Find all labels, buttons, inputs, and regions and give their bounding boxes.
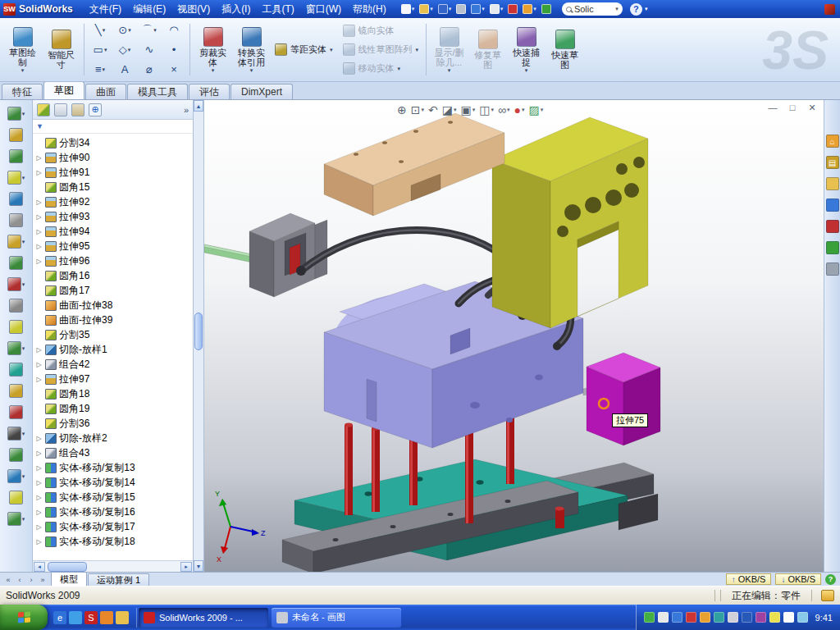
tree-item[interactable]: 圆角17 [35, 283, 193, 298]
offset-entities-button[interactable]: 等距实体▾ [271, 40, 337, 59]
left-tool-3[interactable] [9, 147, 23, 166]
left-tool-5[interactable] [9, 189, 23, 208]
dimxpertmanager-tab-icon[interactable]: ⊕ [89, 103, 102, 116]
tree-item[interactable]: ▷拉伸95 [35, 239, 193, 253]
left-tool-6[interactable] [9, 211, 23, 230]
taskbar-window-paint[interactable]: 未命名 - 画图 [272, 608, 401, 628]
tree-item[interactable]: 分割35 [35, 327, 193, 342]
scroll-left-icon[interactable]: ◂ [34, 562, 45, 572]
options-icon[interactable]: ▾ [521, 3, 538, 15]
color-swatch-icon[interactable] [540, 3, 553, 15]
part-slider-block[interactable] [587, 353, 660, 445]
left-tool-1[interactable]: ▾ [7, 104, 25, 123]
apply-scene-icon[interactable]: ▨▾ [528, 104, 543, 116]
tray-icon-8[interactable] [742, 612, 752, 623]
file-explorer-icon[interactable] [826, 177, 839, 190]
spline-tool[interactable]: ∿ [137, 40, 162, 60]
tree-item[interactable]: 曲面-拉伸38 [35, 298, 193, 313]
left-tool-10[interactable] [9, 296, 23, 315]
convert-entities-button[interactable]: 转换实体引用▾ [232, 20, 271, 80]
tree-item[interactable]: ▷切除-放样1 [35, 342, 193, 357]
tree-filter-row[interactable]: ▼ [33, 120, 193, 134]
tree-item[interactable]: ▷拉伸94 [35, 224, 193, 239]
menu-help[interactable]: 帮助(H) [347, 1, 392, 18]
left-tool-9[interactable]: ▾ [7, 275, 25, 294]
trim-entities-button[interactable]: 剪裁实体▾ [194, 20, 232, 80]
sketch-button[interactable]: 草图绘制▾ [3, 20, 42, 80]
part-guide-rod[interactable] [204, 244, 252, 262]
tree-item[interactable]: ▷拉伸92 [35, 194, 193, 209]
menu-edit[interactable]: 编辑(E) [127, 1, 171, 18]
doc-nav-3[interactable]: › [26, 576, 36, 584]
repair-sketch-button[interactable]: 修复草图 [468, 20, 507, 80]
circle-tool[interactable]: ⊙▾ [112, 21, 137, 40]
arc-tool[interactable]: ⌒▾ [137, 21, 162, 40]
tab-features[interactable]: 特征 [2, 84, 43, 99]
display-delete-relations-button[interactable]: 显示/删除几...▾ [430, 20, 468, 80]
tray-icon-9[interactable] [756, 612, 766, 623]
design-library-icon[interactable]: ▤ [826, 156, 839, 169]
print-icon[interactable] [454, 3, 468, 15]
menu-view[interactable]: 视图(V) [171, 1, 216, 18]
tray-icon-11[interactable] [783, 612, 794, 623]
tab-dimxpert[interactable]: DimXpert [231, 84, 293, 99]
open-icon[interactable]: ▾ [418, 3, 435, 15]
display-style-icon[interactable]: ◫▾ [479, 104, 494, 116]
line-tool[interactable]: ╲▾ [88, 21, 112, 40]
scroll-down-icon[interactable]: ▼ [194, 560, 203, 572]
tree-item[interactable]: ▷实体-移动/复制16 [35, 504, 193, 519]
tray-icon-3[interactable] [672, 612, 682, 623]
select-icon[interactable]: ▾ [488, 3, 505, 15]
tree-item[interactable]: 圆角15 [35, 180, 193, 194]
left-tool-8[interactable] [9, 253, 23, 272]
rectangle-tool[interactable]: ▭▾ [88, 40, 112, 60]
tree-item[interactable]: ▷实体-移动/复制18 [35, 534, 193, 549]
left-tool-15[interactable] [9, 403, 23, 422]
tray-icon-10[interactable] [769, 612, 780, 623]
left-tool-4[interactable]: ▾ [7, 168, 25, 187]
circle-diameter-tool[interactable]: ⌀ [137, 60, 162, 80]
quicklaunch-ie[interactable]: e [53, 611, 66, 624]
zoom-fit-icon[interactable]: ⊕ [397, 104, 407, 116]
scrollbar-thumb[interactable] [194, 313, 203, 350]
tree-item[interactable]: ▷组合42 [35, 357, 193, 372]
tray-icon-6[interactable] [714, 612, 724, 623]
tree-item[interactable]: ▷组合43 [35, 445, 193, 460]
home-icon[interactable]: ⌂ [826, 135, 839, 148]
undo-icon[interactable]: ▾ [469, 3, 486, 15]
left-tool-12[interactable]: ▾ [7, 339, 25, 358]
menu-file[interactable]: 文件(F) [84, 1, 127, 18]
menu-insert[interactable]: 插入(I) [216, 1, 256, 18]
left-tool-2[interactable] [9, 126, 23, 144]
tree-item[interactable]: ▷实体-移动/复制17 [35, 519, 193, 534]
tree-item[interactable]: ▷拉伸96 [35, 253, 193, 268]
tree-header-chevron-icon[interactable]: » [184, 105, 189, 115]
edit-appearance-icon[interactable]: ●▾ [514, 104, 524, 116]
left-tool-16[interactable]: ▾ [7, 424, 25, 443]
tree-item[interactable]: ▷拉伸90 [35, 150, 193, 165]
tab-sketch[interactable]: 草图 [43, 81, 84, 99]
scrollbar-thumb[interactable] [48, 562, 87, 572]
tree-item[interactable]: 圆角18 [35, 386, 193, 401]
custom-properties-icon[interactable] [826, 241, 839, 254]
close-button[interactable]: ✕ [806, 102, 819, 113]
featuremanager-tab-icon[interactable] [37, 103, 50, 116]
tray-icon-2[interactable] [658, 612, 669, 623]
quicklaunch-folder[interactable] [116, 611, 129, 624]
tray-icon-5[interactable] [700, 612, 710, 623]
text-tool[interactable]: A [112, 60, 137, 80]
erase-tool[interactable]: × [162, 60, 186, 80]
tangent-arc-tool[interactable]: ◠ [162, 21, 186, 40]
left-tool-13[interactable] [9, 360, 23, 379]
tab-mold-tools[interactable]: 模具工具 [127, 84, 188, 99]
menu-tools[interactable]: 工具(T) [256, 1, 299, 18]
part-clamp-block[interactable] [249, 213, 327, 297]
tab-evaluate[interactable]: 评估 [189, 84, 230, 99]
menu-window[interactable]: 窗口(W) [300, 1, 347, 18]
rebuild-icon[interactable] [506, 3, 519, 15]
tray-icon-12[interactable] [797, 612, 808, 623]
help-icon[interactable]: ? [630, 3, 642, 16]
zoom-area-icon[interactable]: ⊡▾ [411, 104, 424, 116]
document-recovery-icon[interactable] [826, 262, 839, 276]
smart-dimension-button[interactable]: 智能尺寸 [42, 20, 80, 80]
